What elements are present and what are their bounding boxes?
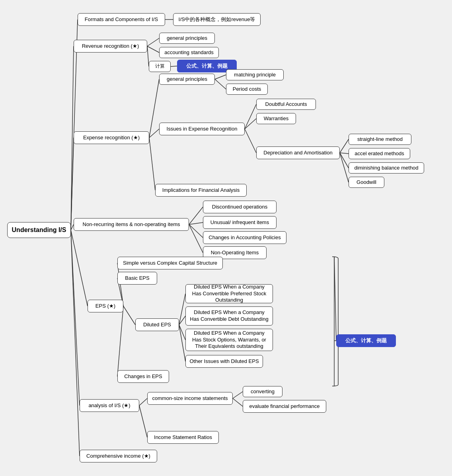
svg-line-32	[179, 294, 185, 325]
svg-line-39	[139, 398, 147, 406]
svg-line-31	[117, 306, 123, 377]
svg-line-6	[71, 230, 80, 456]
svg-line-21	[340, 153, 349, 154]
svg-line-8	[147, 38, 159, 46]
svg-line-2	[71, 138, 74, 230]
node-depreciation: Depreciation and Amortisation	[256, 146, 340, 159]
node-issues: Issues in Expense Recognition	[159, 123, 245, 135]
node-accounting: accounting standards	[159, 47, 219, 58]
node-diluted1: Diluted EPS When a Company Has Convertib…	[185, 284, 273, 303]
node-matching: matching principle	[226, 69, 284, 80]
node-nonrecurring: Non-recurring items & non-operating item…	[74, 218, 189, 231]
node-unusual: Unusual/ infrequent items	[203, 216, 277, 229]
svg-line-27	[189, 224, 203, 253]
svg-line-5	[71, 230, 80, 406]
node-root: Understanding I/S	[7, 222, 71, 238]
svg-line-23	[340, 153, 349, 182]
node-changesineps: Changes in EPS	[117, 370, 169, 383]
node-doubtful: Doubtful Accounts	[256, 99, 316, 110]
svg-line-4	[71, 230, 88, 306]
mind-map: Understanding I/SFormats and Components …	[0, 0, 452, 476]
node-comprehensive: Comprehensive income (★)	[80, 450, 157, 462]
svg-line-40	[139, 406, 147, 437]
svg-line-35	[179, 325, 185, 361]
node-formula2: 公式、计算、例题	[336, 334, 396, 347]
node-otherissues: Other Issues with Diluted EPS	[185, 355, 263, 368]
node-warranties: Warranties	[256, 113, 296, 124]
node-discontinued: Discontinued operations	[203, 201, 277, 213]
node-period: Period costs	[226, 84, 268, 95]
svg-line-30	[123, 306, 135, 325]
node-implications: Implications for Financial Analysis	[155, 184, 247, 197]
svg-line-3	[71, 224, 74, 230]
node-formats: Formats and Components of I/S	[78, 13, 165, 26]
svg-line-22	[340, 153, 349, 168]
node-diluted3: Diluted EPS When a Company Has Stock Opt…	[185, 329, 273, 351]
svg-line-20	[340, 139, 349, 153]
node-analysis: analysis of I/S (★)	[80, 399, 139, 412]
svg-line-16	[215, 79, 226, 89]
node-diluted2: Diluted EPS When a Company Has Convertib…	[185, 306, 273, 326]
node-straight: straight-line method	[349, 134, 411, 145]
node-isconcepts: I/S中的各种概念，例如revenue等	[173, 13, 261, 26]
node-commonsize: common-size income statements	[147, 392, 233, 405]
node-changes: Changes in Accounting Policies	[203, 231, 286, 244]
svg-line-19	[245, 129, 256, 153]
svg-line-26	[189, 224, 203, 238]
svg-line-11	[171, 66, 177, 66]
node-simple: Simple versus Complex Capital Structure	[117, 257, 223, 269]
node-basiceps: Basic EPS	[117, 272, 157, 285]
svg-line-24	[189, 207, 203, 224]
svg-line-42	[233, 398, 243, 406]
node-goodwill: Goodwill	[349, 177, 384, 188]
svg-line-37	[334, 257, 336, 341]
node-converting: converting	[243, 386, 282, 397]
node-general2: general principles	[159, 74, 215, 85]
node-accel: accel erated methods	[349, 148, 410, 159]
svg-line-25	[189, 222, 203, 224]
node-diminishing: diminishing balance method	[349, 162, 424, 174]
svg-line-9	[147, 46, 159, 53]
node-revenue: Revenue recognition (★)	[74, 40, 147, 53]
svg-line-15	[215, 75, 226, 79]
node-expense: Expense recognition (★)	[74, 131, 149, 144]
node-general1: general principles	[159, 33, 215, 44]
svg-line-13	[149, 129, 159, 138]
node-ratios: Income Statement Ratios	[147, 431, 219, 444]
node-evaluate: evaluate financial performance	[243, 400, 326, 413]
svg-line-18	[245, 119, 256, 129]
svg-line-14	[149, 138, 155, 190]
svg-line-33	[179, 316, 185, 325]
node-jisuan: 计算	[149, 61, 171, 72]
svg-line-1	[71, 46, 74, 230]
node-eps: EPS (★)	[88, 300, 123, 312]
svg-line-17	[245, 104, 256, 129]
svg-line-41	[233, 392, 243, 398]
svg-line-34	[179, 325, 185, 340]
svg-line-12	[149, 79, 159, 138]
node-dilutedeps: Diluted EPS	[135, 318, 179, 331]
